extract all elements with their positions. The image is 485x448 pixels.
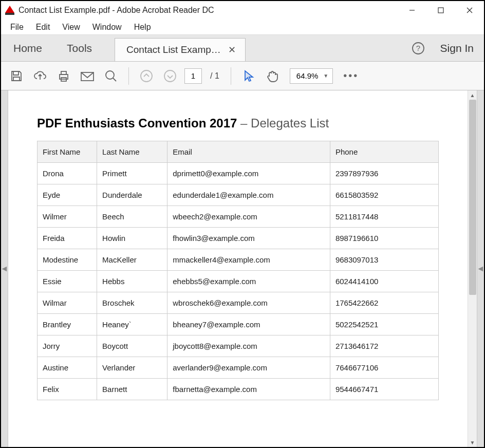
cell-email: dprimett0@example.com — [167, 163, 330, 184]
cell-phone: 9683097013 — [330, 249, 438, 271]
tab-document-label: Contact List Examp… — [126, 44, 221, 55]
contacts-table: First Name Last Name Email Phone DronaPr… — [37, 141, 439, 400]
cloud-upload-icon[interactable] — [31, 67, 49, 85]
cell-email: ehebbs5@example.com — [167, 271, 330, 292]
cell-last: Verlander — [97, 357, 167, 379]
menu-window[interactable]: Window — [86, 21, 128, 33]
cell-last: Heaney` — [97, 314, 167, 335]
save-icon[interactable] — [7, 67, 26, 85]
cell-phone: 5211817448 — [330, 206, 438, 228]
scroll-thumb[interactable] — [469, 100, 476, 295]
cell-last: Broschek — [97, 292, 167, 314]
window-controls — [398, 1, 484, 20]
hand-tool-icon[interactable] — [263, 67, 282, 85]
table-row: FelixBarnettfbarnetta@example.com9544667… — [38, 379, 439, 400]
table-row: EssieHebbsehebbs5@example.com6024414100 — [38, 271, 439, 292]
tab-home[interactable]: Home — [1, 35, 54, 61]
document-area: ◄ PDF Enthusiasts Convention 2017 – Dele… — [1, 90, 484, 447]
cell-first: Brantley — [38, 314, 97, 335]
cell-phone: 6024414100 — [330, 271, 438, 292]
close-button[interactable] — [455, 1, 484, 20]
tab-close-icon[interactable]: ✕ — [226, 43, 238, 57]
page-up-icon[interactable] — [137, 67, 156, 85]
cell-email: averlander9@example.com — [167, 357, 330, 379]
svg-rect-7 — [61, 71, 66, 74]
cell-email: fhowlin3@example.com — [167, 228, 330, 249]
selection-tool-icon[interactable] — [239, 67, 258, 85]
cell-first: Felix — [38, 379, 97, 400]
cell-last: Howlin — [97, 228, 167, 249]
document-viewport[interactable]: PDF Enthusiasts Convention 2017 – Delega… — [8, 90, 477, 447]
titlebar: Contact List Example.pdf - Adobe Acrobat… — [1, 1, 484, 20]
left-panel-toggle[interactable]: ◄ — [1, 90, 8, 447]
page-total-value: 1 — [215, 71, 219, 80]
table-row: WilmerBeechwbeech2@example.com5211817448 — [38, 206, 439, 228]
cell-email: edunderdale1@example.com — [167, 184, 330, 206]
cell-phone: 7646677106 — [330, 357, 438, 379]
maximize-button[interactable] — [426, 1, 455, 20]
cell-first: Eyde — [38, 184, 97, 206]
print-icon[interactable] — [54, 67, 73, 85]
vertical-scrollbar[interactable]: ▲ ▼ — [468, 90, 477, 447]
cell-email: jboycott8@example.com — [167, 335, 330, 357]
app-window: Contact List Example.pdf - Adobe Acrobat… — [0, 0, 485, 448]
search-icon[interactable] — [102, 67, 120, 85]
minimize-button[interactable] — [398, 1, 426, 20]
cell-phone: 1765422662 — [330, 292, 438, 314]
col-email: Email — [167, 141, 330, 163]
menubar: File Edit View Window Help — [1, 20, 484, 35]
toolbar: / 1 64.9% ▼ ••• — [1, 62, 484, 90]
tab-tools[interactable]: Tools — [54, 35, 104, 61]
cell-first: Freida — [38, 228, 97, 249]
cell-email: fbarnetta@example.com — [167, 379, 330, 400]
email-icon[interactable] — [78, 67, 97, 85]
cell-phone: 8987196610 — [330, 228, 438, 249]
help-icon[interactable]: ? — [406, 35, 430, 61]
cell-phone: 6615803592 — [330, 184, 438, 206]
menu-help[interactable]: Help — [128, 21, 157, 33]
table-header-row: First Name Last Name Email Phone — [38, 141, 439, 163]
cell-first: Essie — [38, 271, 97, 292]
table-row: EydeDunderdaleedunderdale1@example.com66… — [38, 184, 439, 206]
table-row: FreidaHowlinfhowlin3@example.com89871966… — [38, 228, 439, 249]
toolbar-separator — [231, 67, 231, 85]
menu-file[interactable]: File — [4, 21, 30, 33]
toolbar-separator — [128, 67, 129, 85]
scroll-down-icon[interactable]: ▼ — [468, 438, 477, 447]
cell-phone: 2713646172 — [330, 335, 438, 357]
sign-in-link[interactable]: Sign In — [430, 35, 484, 61]
scroll-up-icon[interactable]: ▲ — [468, 90, 477, 100]
cell-email: wbeech2@example.com — [167, 206, 330, 228]
svg-point-13 — [164, 70, 176, 82]
svg-text:?: ? — [416, 44, 420, 52]
cell-last: Primett — [97, 163, 167, 184]
page-number-input[interactable] — [184, 68, 202, 84]
chevron-down-icon: ▼ — [323, 73, 328, 79]
col-first-name: First Name — [38, 141, 97, 163]
cell-email: mmackeller4@example.com — [167, 249, 330, 271]
cell-first: Modestine — [38, 249, 97, 271]
cell-last: Beech — [97, 206, 167, 228]
zoom-dropdown[interactable]: 64.9% ▼ — [290, 68, 333, 84]
menu-view[interactable]: View — [56, 21, 86, 33]
cell-email: bheaney7@example.com — [167, 314, 330, 335]
tab-document[interactable]: Contact List Examp… ✕ — [115, 38, 246, 61]
right-panel-toggle[interactable]: ◄ — [477, 90, 484, 447]
cell-last: Hebbs — [97, 271, 167, 292]
cell-first: Jorry — [38, 335, 97, 357]
pdf-page: PDF Enthusiasts Convention 2017 – Delega… — [8, 90, 468, 447]
table-row: WilmarBroschekwbroschek6@example.com1765… — [38, 292, 439, 314]
window-title: Contact List Example.pdf - Adobe Acrobat… — [18, 6, 398, 15]
document-heading: PDF Enthusiasts Convention 2017 – Delega… — [37, 116, 439, 130]
cell-last: Dunderdale — [97, 184, 167, 206]
page-sep: / — [210, 71, 212, 80]
menu-edit[interactable]: Edit — [30, 21, 57, 33]
tabbar: Home Tools Contact List Examp… ✕ ? Sign … — [1, 35, 484, 62]
page-down-icon[interactable] — [161, 67, 179, 85]
more-tools-icon[interactable]: ••• — [343, 70, 359, 82]
svg-point-10 — [106, 71, 114, 79]
acrobat-app-icon — [5, 6, 14, 15]
heading-sep: – — [237, 116, 251, 130]
cell-first: Wilmar — [38, 292, 97, 314]
cell-phone: 2397897936 — [330, 163, 438, 184]
